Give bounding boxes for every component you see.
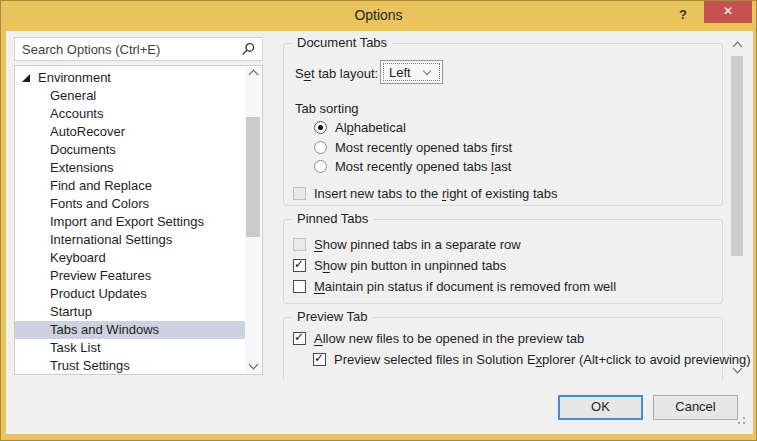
panel-scrollbar[interactable]: [730, 39, 744, 377]
tree-scrollbar[interactable]: [245, 67, 261, 373]
checkbox-pin-button[interactable]: Show pin button in unpinned tabs: [293, 257, 506, 273]
radio-label[interactable]: Most recently opened tabs first: [335, 140, 512, 155]
tree-item-label: Fonts and Colors: [50, 196, 149, 211]
cancel-button[interactable]: Cancel: [653, 395, 738, 420]
sidebar-item-startup[interactable]: Startup: [15, 303, 245, 321]
checkbox-label[interactable]: Allow new files to be opened in the prev…: [314, 331, 584, 346]
tree-item-label: Import and Export Settings: [50, 214, 204, 229]
tree-item-label: Trust Settings: [50, 358, 130, 373]
sidebar-item-fonts-and-colors[interactable]: Fonts and Colors: [15, 195, 245, 213]
checkbox-insert-right[interactable]: Insert new tabs to the right of existing…: [293, 185, 558, 201]
sidebar-item-keyboard[interactable]: Keyboard: [15, 249, 245, 267]
tree-item-label: Preview Features: [50, 268, 151, 283]
group-document-tabs: Document Tabs Set tab layout: Left Tab s…: [283, 43, 723, 206]
sidebar-item-tabs-and-windows[interactable]: Tabs and Windows: [15, 321, 245, 339]
radio-alphabetical[interactable]: Alphabetical: [314, 119, 406, 135]
tree-item-label: Find and Replace: [50, 178, 152, 193]
radio-label[interactable]: Alphabetical: [335, 120, 406, 135]
sidebar-item-preview-features[interactable]: Preview Features: [15, 267, 245, 285]
group-preview-tab: Preview Tab Allow new files to be opened…: [283, 317, 723, 380]
tree-item-label: AutoRecover: [50, 124, 125, 139]
panel-scrollbar-thumb[interactable]: [731, 56, 743, 256]
checkbox-maintain-pin[interactable]: Maintain pin status if document is remov…: [293, 278, 616, 294]
tree-scrollbar-thumb[interactable]: [246, 117, 260, 237]
radio-button-icon[interactable]: [314, 121, 327, 134]
search-box: [14, 37, 263, 61]
close-button[interactable]: ✕: [704, 1, 752, 23]
dialog-title: Options: [1, 1, 756, 29]
checkbox-icon[interactable]: [293, 187, 306, 200]
sidebar-item-import-export-settings[interactable]: Import and Export Settings: [15, 213, 245, 231]
sidebar-item-task-list[interactable]: Task List: [15, 339, 245, 357]
set-tab-layout-label: Set tab layout:: [295, 66, 378, 81]
checkbox-label[interactable]: Maintain pin status if document is remov…: [314, 279, 616, 294]
checkbox-label[interactable]: Show pinned tabs in a separate row: [314, 237, 521, 252]
tree-item-label: International Settings: [50, 232, 172, 247]
settings-panel: Document Tabs Set tab layout: Left Tab s…: [271, 31, 753, 380]
radio-label[interactable]: Most recently opened tabs last: [335, 159, 511, 174]
checkbox-allow-preview[interactable]: Allow new files to be opened in the prev…: [293, 330, 584, 346]
dialog-client-area: Environment General Accounts AutoRecover…: [6, 31, 753, 434]
checkbox-icon[interactable]: [293, 238, 306, 251]
tree-item-label: Task List: [50, 340, 101, 355]
chevron-down-icon: [422, 66, 430, 74]
radio-mru-last[interactable]: Most recently opened tabs last: [314, 158, 511, 174]
help-icon: ?: [679, 7, 687, 22]
checkbox-pinned-separate-row[interactable]: Show pinned tabs in a separate row: [293, 236, 521, 252]
checkbox-label[interactable]: Insert new tabs to the right of existing…: [314, 186, 558, 201]
radio-button-icon[interactable]: [314, 141, 327, 154]
scroll-down-icon[interactable]: [730, 363, 744, 377]
tab-layout-dropdown[interactable]: Left: [380, 60, 443, 84]
ok-button[interactable]: OK: [558, 395, 643, 420]
tree-item-label: Tabs and Windows: [50, 322, 159, 337]
checkbox-icon[interactable]: [313, 353, 326, 366]
checkbox-icon[interactable]: [293, 259, 306, 272]
tree-item-label: Product Updates: [50, 286, 147, 301]
group-title: Pinned Tabs: [292, 211, 373, 226]
sidebar-item-product-updates[interactable]: Product Updates: [15, 285, 245, 303]
tree-item-label: Environment: [38, 69, 111, 87]
tree-item-label: Keyboard: [50, 250, 106, 265]
title-bar[interactable]: Options ? ✕: [1, 1, 756, 31]
sidebar-item-accounts[interactable]: Accounts: [15, 105, 245, 123]
checkbox-label[interactable]: Show pin button in unpinned tabs: [314, 258, 506, 273]
scroll-up-icon[interactable]: [730, 39, 744, 53]
sidebar-item-international-settings[interactable]: International Settings: [15, 231, 245, 249]
scroll-down-icon[interactable]: [245, 359, 261, 373]
radio-mru-first[interactable]: Most recently opened tabs first: [314, 139, 512, 155]
tree-item-label: Documents: [50, 142, 116, 157]
checkbox-icon[interactable]: [293, 332, 306, 345]
options-category-tree: Environment General Accounts AutoRecover…: [14, 65, 263, 375]
options-dialog: Options ? ✕ Environment General Accounts…: [0, 0, 757, 441]
radio-button-icon[interactable]: [314, 160, 327, 173]
tree-item-label: Startup: [50, 304, 92, 319]
search-icon: [241, 42, 255, 56]
resize-grip[interactable]: [743, 422, 745, 424]
tree-rows: Environment General Accounts AutoRecover…: [15, 69, 245, 375]
checkbox-icon[interactable]: [293, 280, 306, 293]
sidebar-item-environment[interactable]: Environment: [15, 69, 245, 87]
group-title: Preview Tab: [292, 309, 373, 324]
checkbox-preview-solution-explorer[interactable]: Preview selected files in Solution Explo…: [313, 351, 751, 367]
tab-sorting-label: Tab sorting: [295, 101, 359, 116]
sidebar-item-find-and-replace[interactable]: Find and Replace: [15, 177, 245, 195]
scroll-up-icon[interactable]: [245, 67, 261, 81]
help-button[interactable]: ?: [671, 4, 695, 26]
tree-expander-icon[interactable]: [21, 73, 31, 83]
sidebar-item-general[interactable]: General: [15, 87, 245, 105]
search-input[interactable]: [14, 37, 263, 61]
tree-item-label: Extensions: [50, 160, 114, 175]
tree-item-label: Accounts: [50, 106, 103, 121]
sidebar-item-extensions[interactable]: Extensions: [15, 159, 245, 177]
sidebar-item-documents[interactable]: Documents: [15, 141, 245, 159]
checkbox-label[interactable]: Preview selected files in Solution Explo…: [334, 352, 751, 367]
close-icon: ✕: [723, 4, 733, 18]
sidebar-item-autorecover[interactable]: AutoRecover: [15, 123, 245, 141]
group-title: Document Tabs: [292, 35, 392, 50]
sidebar-item-trust-settings[interactable]: Trust Settings: [15, 357, 245, 375]
group-pinned-tabs: Pinned Tabs Show pinned tabs in a separa…: [283, 219, 723, 304]
tree-item-label: General: [50, 88, 96, 103]
tab-layout-value: Left: [389, 65, 411, 80]
